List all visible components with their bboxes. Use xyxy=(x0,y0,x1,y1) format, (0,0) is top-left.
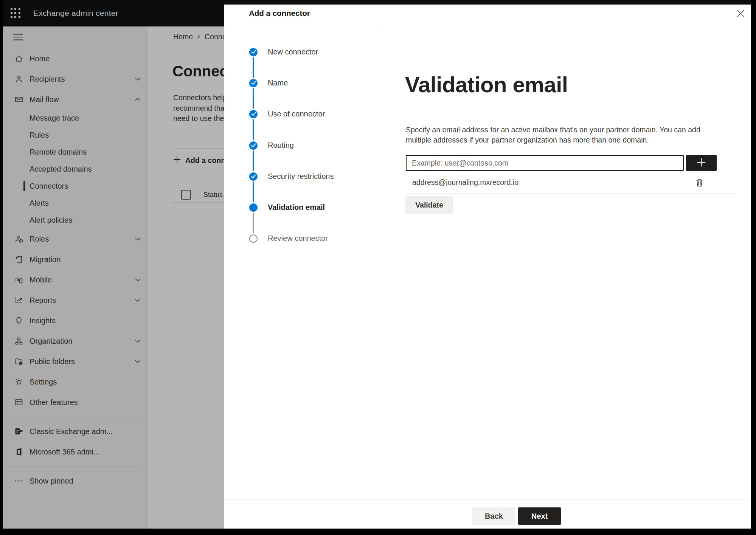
wizard-step-new-connector: New connector xyxy=(249,48,318,56)
step-label: Use of connector xyxy=(268,110,325,118)
step-label: Review connector xyxy=(268,234,328,243)
step-connector-line xyxy=(253,57,254,78)
address-row-divider xyxy=(406,193,734,194)
dialog-footer-divider xyxy=(224,499,751,500)
step-complete-icon xyxy=(249,172,258,181)
wizard-step-validation-email: Validation email xyxy=(249,203,325,212)
wizard-step-security-restrictions: Security restrictions xyxy=(249,172,334,181)
step-label: New connector xyxy=(268,48,318,56)
back-button[interactable]: Back xyxy=(472,507,515,525)
wizard-step-use-of-connector: Use of connector xyxy=(249,110,325,118)
step-description: Specify an email address for an active m… xyxy=(406,125,700,145)
description-line: multiple addresses if your partner organ… xyxy=(406,135,700,145)
trash-icon[interactable] xyxy=(694,177,705,188)
step-complete-icon xyxy=(249,48,258,56)
address-list-item: address@journaling.mxrecord.io xyxy=(412,177,734,187)
step-heading: Validation email xyxy=(405,72,568,97)
add-address-button[interactable] xyxy=(686,155,717,171)
wizard-step-name: Name xyxy=(249,79,288,87)
step-connector-line xyxy=(253,181,254,202)
wizard-step-routing: Routing xyxy=(249,141,294,150)
app-window: Exchange admin center Home Recipients xyxy=(3,0,751,529)
dialog-title: Add a connector xyxy=(249,9,310,18)
validation-email-input[interactable] xyxy=(406,155,684,171)
step-complete-icon xyxy=(249,79,258,87)
step-label: Routing xyxy=(268,141,294,150)
step-label: Name xyxy=(268,79,288,87)
step-complete-icon xyxy=(249,141,258,150)
step-current-icon xyxy=(249,203,258,212)
step-connector-line xyxy=(253,88,254,109)
description-line: Specify an email address for an active m… xyxy=(406,125,700,135)
step-connector-line xyxy=(253,212,254,233)
step-upcoming-icon xyxy=(249,234,258,243)
plus-icon xyxy=(696,157,706,169)
stepper-content-divider xyxy=(381,25,381,499)
validate-button[interactable]: Validate xyxy=(405,196,453,214)
step-label: Security restrictions xyxy=(268,172,334,181)
step-connector-line xyxy=(253,150,254,171)
close-icon[interactable] xyxy=(734,7,747,20)
add-connector-dialog: Add a connector New connector Name Use o… xyxy=(224,5,751,529)
address-email: address@journaling.mxrecord.io xyxy=(412,178,518,187)
step-complete-icon xyxy=(249,110,258,118)
dialog-header-divider xyxy=(224,25,751,25)
next-button[interactable]: Next xyxy=(518,507,561,525)
wizard-step-review-connector: Review connector xyxy=(249,234,328,243)
step-label: Validation email xyxy=(268,203,325,212)
step-connector-line xyxy=(253,119,254,140)
